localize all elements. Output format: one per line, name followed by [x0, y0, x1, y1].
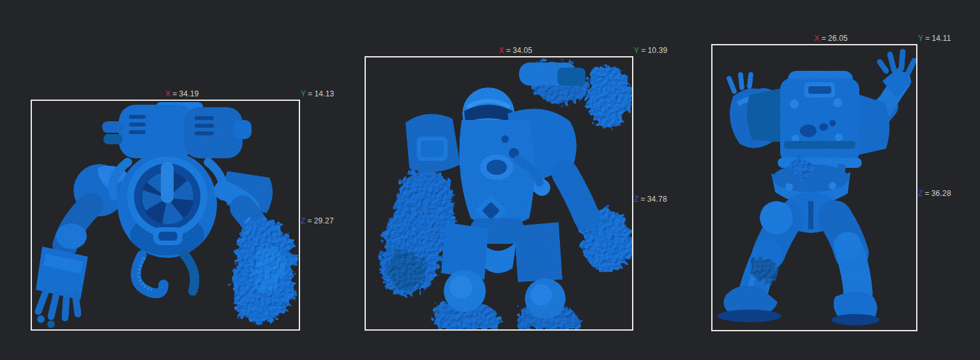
viewport-perspective-view[interactable]: X=34.05 Y=10.39 Z=34.78 — [365, 56, 633, 331]
dimension-y-value: 14.13 — [314, 89, 334, 98]
dimension-label-z: Z=34.78 — [634, 195, 667, 204]
dimension-label-z: Z=29.27 — [301, 216, 334, 225]
3d-preview-canvas: X=34.19 Y=14.13 Z=29.27 — [0, 0, 980, 360]
dimension-label-z: Z=36.28 — [918, 189, 951, 198]
dimension-z-value: 34.78 — [647, 195, 667, 204]
dimension-y-value: 10.39 — [647, 46, 667, 55]
dimension-z-value: 36.28 — [931, 189, 951, 198]
model-mesh-back-view — [712, 45, 916, 330]
axis-x-letter: X — [165, 89, 170, 98]
dimension-label-x: X=34.19 — [165, 89, 199, 98]
axis-z-letter: Z — [301, 216, 306, 225]
axis-y-letter: Y — [918, 34, 923, 43]
axis-y-letter: Y — [301, 89, 306, 98]
axis-x-letter: X — [499, 46, 504, 55]
dimension-x-value: 26.05 — [828, 34, 848, 43]
dimension-label-x: X=26.05 — [815, 34, 848, 43]
dimension-z-value: 29.27 — [314, 216, 334, 225]
dimension-label-y: Y=14.13 — [301, 89, 334, 98]
dimension-x-value: 34.05 — [513, 46, 532, 55]
dimension-label-y: Y=10.39 — [634, 46, 667, 55]
viewport-back-view[interactable]: X=26.05 Y=14.11 Z=36.28 — [711, 44, 917, 331]
axis-z-letter: Z — [634, 195, 639, 204]
dimension-x-value: 34.19 — [179, 89, 199, 98]
axis-y-letter: Y — [634, 46, 639, 55]
axis-z-letter: Z — [918, 189, 923, 198]
model-mesh-perspective-view — [366, 57, 632, 329]
model-mesh-top-view — [32, 101, 299, 329]
dimension-label-x: X=34.05 — [499, 46, 532, 55]
axis-x-letter: X — [815, 34, 820, 43]
viewport-top-view[interactable]: X=34.19 Y=14.13 Z=29.27 — [31, 100, 300, 331]
dimension-label-y: Y=14.11 — [918, 34, 951, 43]
dimension-y-value: 14.11 — [931, 34, 951, 43]
